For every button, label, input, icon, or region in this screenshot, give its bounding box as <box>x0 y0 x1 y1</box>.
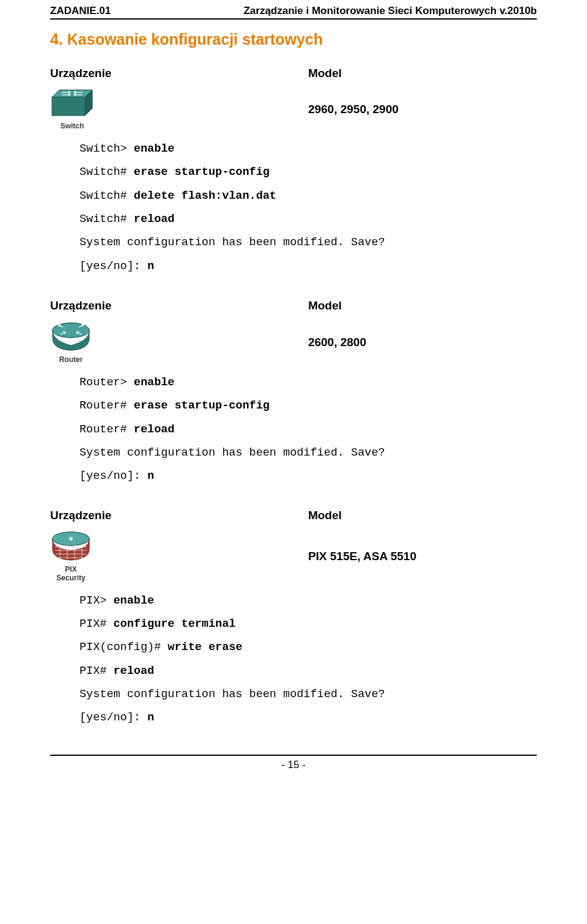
device-column-label: Urządzenie <box>50 299 308 312</box>
router-icon <box>51 321 91 354</box>
pix-model: PIX 515E, ASA 5510 <box>308 550 537 563</box>
router-model: 2600, 2800 <box>308 336 537 349</box>
switch-code-block: Switch> enable Switch# erase startup-con… <box>79 138 537 278</box>
model-column-label: Model <box>308 509 537 522</box>
header-divider <box>50 18 537 20</box>
page-number: - 15 - <box>50 756 537 781</box>
device-column-label: Urządzenie <box>50 67 308 80</box>
device-row-switch: Switch 2960, 2950, 2900 <box>50 89 537 130</box>
svg-point-15 <box>69 537 73 541</box>
switch-icon <box>51 89 94 120</box>
column-headers: Urządzenie Model <box>50 299 537 312</box>
device-row-router: Router 2600, 2800 <box>50 321 537 364</box>
router-code-block: Router> enable Router# erase startup-con… <box>79 371 537 488</box>
section-title: 4. Kasowanie konfiguracji startowych <box>50 31 537 48</box>
header-right: Zarządzanie i Monitorowanie Sieci Komput… <box>243 5 537 17</box>
model-column-label: Model <box>308 67 537 80</box>
device-row-pix: PIXSecurity PIX 515E, ASA 5510 <box>50 531 537 582</box>
pix-code-block: PIX> enable PIX# configure terminal PIX(… <box>79 590 537 730</box>
header-left: ZADANIE.01 <box>50 5 111 17</box>
page-header: ZADANIE.01 Zarządzanie i Monitorowanie S… <box>50 0 537 18</box>
column-headers: Urządzenie Model <box>50 509 537 522</box>
router-icon-label: Router <box>59 356 83 364</box>
switch-model: 2960, 2950, 2900 <box>308 103 537 116</box>
model-column-label: Model <box>308 299 537 312</box>
device-column-label: Urządzenie <box>50 509 308 522</box>
switch-icon-label: Switch <box>61 122 84 130</box>
svg-rect-1 <box>52 97 85 116</box>
pix-icon <box>51 531 91 564</box>
pix-icon-label: PIXSecurity <box>56 566 85 582</box>
column-headers: Urządzenie Model <box>50 67 537 80</box>
